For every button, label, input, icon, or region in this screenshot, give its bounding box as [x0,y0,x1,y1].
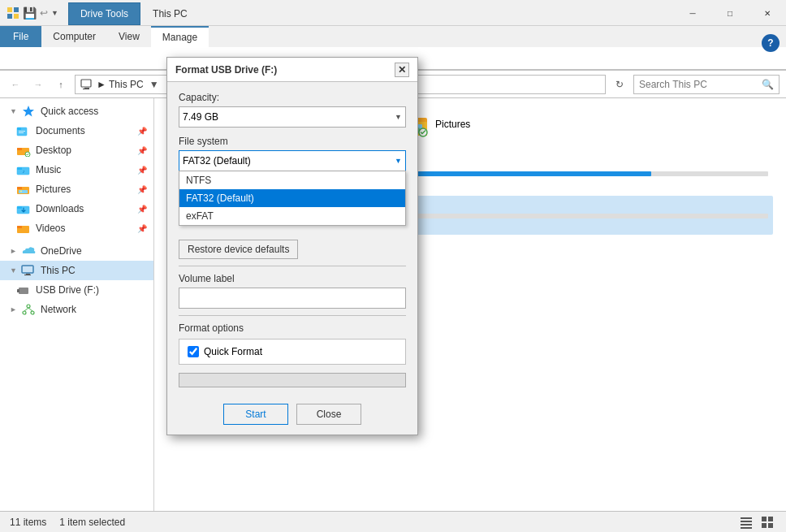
capacity-label: Capacity: [179,92,406,103]
filesystem-option-ntfs[interactable]: NTFS [179,171,405,189]
filesystem-select-wrapper: FAT32 (Default) ▼ NTFS FAT32 (Default) e… [179,150,406,171]
quick-format-row: Quick Format [188,346,397,357]
volume-label-label: Volume label [179,273,406,284]
dialog-titlebar: Format USB Drive (F:) ✕ [167,58,417,82]
capacity-value: 7.49 GB [183,111,218,123]
filesystem-label: File system [179,136,406,147]
capacity-select-wrapper: 7.49 GB ▼ [179,106,406,128]
progress-bar [179,373,406,387]
dialog-close-button[interactable]: ✕ [395,63,409,77]
format-options-label: Format options [179,322,406,334]
capacity-arrow-icon: ▼ [395,113,402,121]
restore-defaults-button[interactable]: Restore device defaults [179,240,298,259]
dialog-footer: Start Close [167,397,417,435]
dialog-title: Format USB Drive (F:) [175,64,277,76]
quick-format-label: Quick Format [204,346,262,357]
quick-format-checkbox[interactable] [188,346,199,357]
filesystem-dropdown: NTFS FAT32 (Default) exFAT [179,171,406,226]
filesystem-selected-value: FAT32 (Default) [183,155,251,167]
start-button[interactable]: Start [223,404,288,425]
restore-wrapper: Restore device defaults [179,240,406,259]
close-dialog-button[interactable]: Close [296,404,361,425]
capacity-select[interactable]: 7.49 GB ▼ [179,106,406,128]
separator1 [179,266,406,266]
filesystem-select[interactable]: FAT32 (Default) ▼ [179,150,406,171]
volume-label-input[interactable] [179,288,406,309]
filesystem-arrow-icon: ▼ [395,157,402,165]
format-options-box: Quick Format [179,339,406,365]
format-dialog: Format USB Drive (F:) ✕ Capacity: 7.49 G… [166,57,418,435]
separator2 [179,315,406,316]
dialog-body: Capacity: 7.49 GB ▼ File system FAT32 (D… [167,82,417,397]
filesystem-option-exfat[interactable]: exFAT [179,207,405,225]
modal-overlay: Format USB Drive (F:) ✕ Capacity: 7.49 G… [0,0,786,532]
filesystem-option-fat32[interactable]: FAT32 (Default) [179,189,405,207]
